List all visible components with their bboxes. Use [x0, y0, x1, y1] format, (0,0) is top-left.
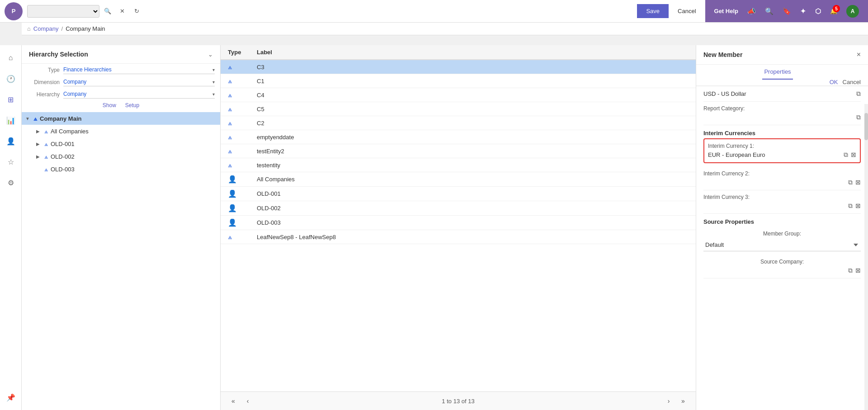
collapse-icon[interactable]: ⌄	[208, 51, 213, 58]
last-page-button[interactable]: »	[678, 396, 689, 406]
refresh-button[interactable]: ↻	[130, 5, 143, 18]
interim-currency-2-clear-icon[interactable]: ⊠	[855, 179, 861, 186]
table-row[interactable]: ⟁ emptyenddate	[221, 130, 696, 144]
interim-currency-1-link-icon[interactable]: ⧉	[844, 151, 848, 159]
interim-currency-3-clear-icon[interactable]: ⊠	[855, 202, 861, 210]
nav-person[interactable]: 👤	[3, 133, 19, 149]
tree-item-company-main[interactable]: ▼ ⟁ Company Main	[22, 112, 220, 125]
clear-button[interactable]: ✕	[116, 5, 128, 18]
expand-icon-old002[interactable]: ▶	[36, 154, 42, 159]
show-link[interactable]: Show	[103, 102, 116, 108]
row-label-cell: C5	[257, 106, 696, 113]
interim-currency-3-link-icon[interactable]: ⧉	[848, 202, 853, 210]
report-category-input[interactable]	[703, 114, 856, 121]
interim-currency-3-row: Interim Currency 3: ⧉ ⊠	[703, 190, 861, 214]
table-row[interactable]: 👤 OLD-003	[221, 216, 696, 230]
interim-currency-2-link-icon[interactable]: ⧉	[848, 179, 853, 186]
hierarchy-label: Hierarchy	[27, 91, 60, 98]
hierarchy-dropdown-arrow[interactable]: ▾	[212, 92, 215, 97]
breadcrumb-company-link[interactable]: Company	[33, 25, 59, 32]
table-body: ⟁ C3 ⟁ C1 ⟁ C4 ⟁ C5 ⟁ C2 ⟁ emptyenddate …	[221, 60, 696, 391]
cancel-props-button[interactable]: Cancel	[843, 79, 861, 85]
source-company-row: Source Company: ⧉ ⊠	[703, 255, 861, 278]
nav-pin[interactable]: 📌	[3, 389, 19, 405]
table-row[interactable]: ⟁ C5	[221, 102, 696, 116]
expand-icon-company-main[interactable]: ▼	[25, 116, 31, 121]
cancel-button[interactable]: Cancel	[669, 4, 705, 18]
row-type-cell: ⟁	[221, 105, 257, 113]
tree-label-old001: OLD-001	[51, 141, 75, 147]
member-group-select[interactable]: Default	[703, 239, 861, 251]
nav-grid[interactable]: ⊞	[3, 91, 19, 108]
row-label-cell: OLD-002	[257, 205, 696, 212]
col-label-header: Label	[257, 49, 696, 56]
hierarchy-tree: ▼ ⟁ Company Main ▶ ⟁ All Companies ▶ ⟁ O…	[22, 112, 220, 410]
dimension-select-wrap[interactable]: Company ▾	[63, 78, 215, 86]
report-category-link-icon[interactable]: ⧉	[856, 113, 861, 121]
source-company-input[interactable]	[703, 267, 848, 274]
user-avatar[interactable]: A	[846, 5, 859, 18]
search-select[interactable]	[27, 5, 99, 18]
nav-star[interactable]: ☆	[3, 154, 19, 170]
type-dropdown-arrow[interactable]: ▾	[212, 67, 215, 72]
search-button[interactable]: 🔍	[101, 5, 114, 18]
breadcrumb-separator: /	[61, 25, 63, 32]
nav-settings[interactable]: ⚙	[3, 174, 19, 191]
save-button[interactable]: Save	[637, 4, 669, 18]
cube-icon[interactable]: ⬡	[815, 7, 821, 15]
megaphone-icon[interactable]: 📣	[747, 7, 756, 15]
ok-button[interactable]: OK	[830, 79, 838, 85]
right-scrollbar[interactable]	[864, 104, 868, 410]
tree-icon-old003: ⟁	[44, 165, 48, 173]
row-type-cell: 👤	[221, 218, 257, 227]
row-type-cell: ⟁	[221, 119, 257, 127]
expand-icon-all-companies[interactable]: ▶	[36, 129, 42, 134]
source-company-clear-icon[interactable]: ⊠	[855, 267, 861, 274]
table-row[interactable]: ⟁ C3	[221, 60, 696, 74]
branch-icon: ⟁	[228, 147, 232, 155]
tree-item-old002[interactable]: ▶ ⟁ OLD-002	[22, 150, 220, 163]
table-row[interactable]: ⟁ testentity	[221, 158, 696, 172]
table-row[interactable]: ⟁ C1	[221, 74, 696, 88]
report-category-value: ⧉	[703, 113, 861, 121]
setup-link[interactable]: Setup	[125, 102, 139, 108]
interim-currency-1-box: Interim Currency 1: EUR - European Euro …	[703, 138, 861, 163]
table-row[interactable]: 👤 OLD-001	[221, 187, 696, 201]
table-row[interactable]: ⟁ C4	[221, 88, 696, 102]
currency-link-icon[interactable]: ⧉	[856, 90, 861, 98]
dimension-dropdown-arrow[interactable]: ▾	[212, 80, 215, 85]
hierarchy-select-wrap[interactable]: Company ▾	[63, 90, 215, 99]
table-row[interactable]: 👤 OLD-002	[221, 201, 696, 216]
tab-properties[interactable]: Properties	[762, 65, 793, 80]
interim-currency-1-clear-icon[interactable]: ⊠	[851, 151, 856, 159]
source-company-link-icon[interactable]: ⧉	[848, 267, 853, 274]
table-row[interactable]: ⟁ C2	[221, 116, 696, 130]
search-help-icon[interactable]: 🔍	[765, 7, 774, 15]
tree-item-all-companies[interactable]: ▶ ⟁ All Companies	[22, 125, 220, 137]
scrollbar-thumb	[864, 113, 868, 140]
tree-label-old002: OLD-002	[51, 153, 75, 160]
next-page-button[interactable]: ›	[663, 396, 674, 406]
interim-currency-2-input[interactable]	[703, 179, 848, 186]
interim-currency-3-input[interactable]	[703, 203, 848, 209]
tree-item-old003[interactable]: ▶ ⟁ OLD-003	[22, 163, 220, 175]
first-page-button[interactable]: «	[228, 396, 239, 406]
nav-home[interactable]: ⌂	[3, 50, 19, 66]
bookmark-icon[interactable]: 🔖	[783, 7, 791, 15]
nav-chart[interactable]: 📊	[3, 112, 19, 128]
expand-icon-old001[interactable]: ▶	[36, 141, 42, 146]
prev-page-button[interactable]: ‹	[242, 396, 253, 406]
branch-icon: ⟁	[228, 77, 232, 85]
tree-item-old001[interactable]: ▶ ⟁ OLD-001	[22, 137, 220, 150]
pagination-info: 1 to 13 of 13	[257, 398, 660, 405]
type-select-wrap[interactable]: Finance Hierarchies ▾	[63, 66, 215, 74]
notification-icon[interactable]: 🔔 5	[830, 8, 837, 14]
table-row[interactable]: ⟁ testEntity2	[221, 144, 696, 158]
type-value: Finance Hierarchies	[63, 66, 112, 74]
row-label-cell: testentity	[257, 162, 696, 169]
nav-clock[interactable]: 🕐	[3, 71, 19, 87]
table-row[interactable]: 👤 All Companies	[221, 172, 696, 187]
compass-icon[interactable]: ✦	[800, 7, 806, 15]
table-row[interactable]: ⟁ LeafNewSep8 - LeafNewSep8	[221, 230, 696, 244]
close-panel-button[interactable]: ×	[857, 51, 861, 59]
